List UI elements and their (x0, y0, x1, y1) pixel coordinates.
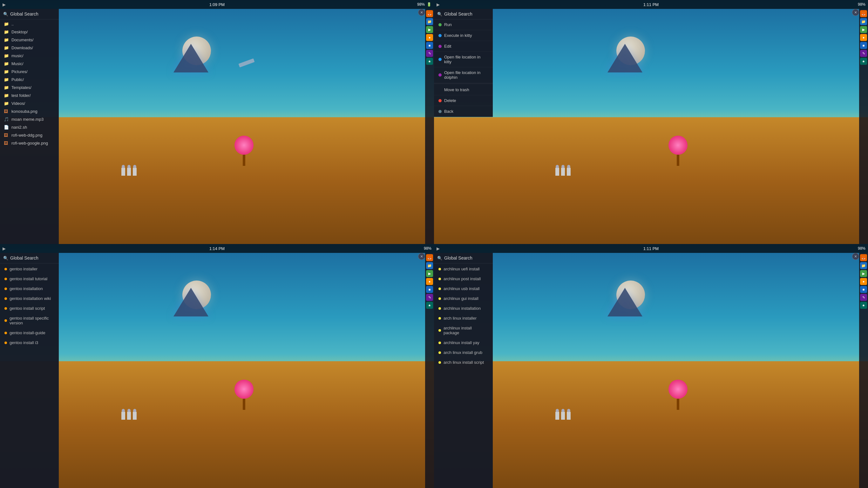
sidebar-icon-firefox[interactable]: 🦊 (426, 10, 433, 17)
folder-icon: 📁 (4, 69, 9, 74)
suggestion-dot (438, 287, 441, 290)
sidebar-icon-pen-q4[interactable]: ✎ (860, 294, 867, 301)
context-panel-q2: 🔍 Global Search Run Execute in kitty Edi… (434, 9, 493, 117)
taskbar-q2: ▶ 1:11 PM 98% (434, 0, 868, 9)
sidebar-icon-firefox-q3[interactable]: 🦊 (426, 254, 433, 261)
sidebar-icon-files-q2[interactable]: 📁 (860, 18, 867, 25)
result-item[interactable]: 📁 Pictures/ (0, 68, 59, 75)
context-execute-kitty[interactable]: Execute in kitty (434, 30, 493, 41)
dot-back (438, 110, 442, 113)
sidebar-icon-teal-q3[interactable]: ★ (426, 302, 433, 309)
result-item[interactable]: 📁 music/ (0, 52, 59, 60)
sidebar-icon-green-q2[interactable]: ▶ (860, 26, 867, 33)
sidebar-icon-orange-q4[interactable]: ● (860, 278, 867, 285)
sidebar-icon-blue-q4[interactable]: ■ (860, 286, 867, 293)
sidebar-icon-blue[interactable]: ■ (426, 42, 433, 49)
sidebar-icon-green-q3[interactable]: ▶ (426, 270, 433, 277)
suggestion-dot (438, 352, 441, 354)
result-item[interactable]: 🖼 rofi-web-google.png (0, 139, 59, 147)
sidebar-icon-firefox-q4[interactable]: 🦊 (860, 254, 867, 261)
sidebar-icon-teal-q2[interactable]: ★ (860, 58, 867, 65)
result-item[interactable]: 📄 nani2.sh (0, 123, 59, 131)
sidebar-icon-firefox-q2[interactable]: 🦊 (860, 10, 867, 17)
suggestion-item[interactable]: arch linux installer (434, 313, 493, 323)
context-delete[interactable]: Delete (434, 95, 493, 106)
folder-icon: 📁 (4, 77, 9, 82)
taskbar-right-q4: 98% (858, 246, 865, 251)
suggestion-item[interactable]: archlinux post install (434, 274, 493, 284)
folder-icon: 📁 (4, 45, 9, 50)
result-label: Downloads/ (11, 45, 33, 50)
suggestion-item[interactable]: arch linux install grub (434, 347, 493, 358)
result-item[interactable]: 🖼 rofi-web-ddg.png (0, 131, 59, 139)
astronauts-q3 (121, 411, 136, 420)
result-item[interactable]: 📁 Downloads/ (0, 44, 59, 52)
sidebar-icon-teal[interactable]: ★ (426, 58, 433, 65)
context-move-trash[interactable]: Move to trash (434, 85, 493, 95)
dot-delete (438, 99, 442, 102)
sidebar-icon-green[interactable]: ▶ (426, 26, 433, 33)
search-input-q3[interactable]: Global Search (10, 255, 56, 261)
suggestion-item[interactable]: gentoo install tutorial (0, 274, 59, 284)
suggestion-item[interactable]: gentoo installer (0, 264, 59, 274)
sidebar-icon-files[interactable]: 📁 (426, 18, 433, 25)
astronauts-q1 (121, 167, 136, 176)
result-item[interactable]: 📁 .. (0, 20, 59, 28)
result-item[interactable]: 🎵 moan meme.mp3 (0, 115, 59, 123)
result-item[interactable]: 📁 Templates/ (0, 84, 59, 92)
context-run[interactable]: Run (434, 20, 493, 30)
result-item[interactable]: 📁 Music/ (0, 60, 59, 68)
result-item[interactable]: 📁 Videos/ (0, 99, 59, 108)
sidebar-icon-blue-q2[interactable]: ■ (860, 42, 867, 49)
sidebar-icon-green-q4[interactable]: ▶ (860, 270, 867, 277)
suggestion-item[interactable]: gentoo install-guide (0, 328, 59, 338)
label-execute-kitty: Execute in kitty (444, 33, 472, 38)
sidebar-icon-files-q3[interactable]: 📁 (426, 262, 433, 269)
sidebar-icon-orange-q2[interactable]: ● (860, 34, 867, 41)
sidebar-icon-pen[interactable]: ✎ (426, 50, 433, 57)
context-open-kitty[interactable]: Open file location in kitty (434, 52, 493, 67)
suggestion-item[interactable]: archlinux installation (434, 303, 493, 313)
suggestion-item[interactable]: arch linux install script (434, 358, 493, 367)
sidebar-icon-files-q4[interactable]: 📁 (860, 262, 867, 269)
sidebar-icon-teal-q4[interactable]: ★ (860, 302, 867, 309)
suggestion-item[interactable]: gentoo install i3 (0, 338, 59, 347)
sidebar-icon-blue-q3[interactable]: ■ (426, 286, 433, 293)
ground-q1 (0, 117, 434, 244)
context-back[interactable]: Back (434, 106, 493, 117)
suggestion-label: gentoo installation wiki (9, 296, 51, 301)
suggestion-item[interactable]: archlinux gui install (434, 294, 493, 303)
search-input-q1[interactable]: Global Search (10, 11, 56, 17)
result-item[interactable]: 📁 Desktop/ (0, 28, 59, 36)
sidebar-icon-pen-q2[interactable]: ✎ (860, 50, 867, 57)
sidebar-icon-orange[interactable]: ● (426, 34, 433, 41)
suggestion-item[interactable]: archlinux install yay (434, 338, 493, 347)
suggestion-item[interactable]: gentoo installation (0, 284, 59, 294)
close-button-q4[interactable]: × (852, 253, 859, 260)
result-item[interactable]: 📁 Public/ (0, 75, 59, 84)
suggestion-item[interactable]: archlinux usb install (434, 284, 493, 294)
suggestion-label: gentoo install specific version (9, 316, 54, 325)
suggestion-item[interactable]: archlinux install package (434, 323, 493, 338)
suggestion-item[interactable]: gentoo installation wiki (0, 294, 59, 303)
search-icon-q2: 🔍 (437, 12, 442, 17)
result-item[interactable]: 📁 test folder/ (0, 92, 59, 99)
suggestion-item[interactable]: archlinux uefi install (434, 264, 493, 274)
sidebar-icon-pen-q3[interactable]: ✎ (426, 294, 433, 301)
taskbar-q4: ▶ 1:11 PM 98% (434, 244, 868, 253)
sidebar-icon-orange-q3[interactable]: ● (426, 278, 433, 285)
pyramid-q2 (608, 44, 643, 72)
suggestion-item[interactable]: gentoo install specific version (0, 313, 59, 328)
result-item[interactable]: 📁 Documents/ (0, 36, 59, 44)
suggestion-dot (438, 341, 441, 344)
close-button-q3[interactable]: × (418, 253, 425, 260)
suggestion-dot (438, 361, 441, 364)
suggestion-item[interactable]: gentoo install script (0, 303, 59, 313)
context-edit[interactable]: Edit (434, 41, 493, 52)
context-open-dolphin[interactable]: Open file location in dolphin (434, 67, 493, 83)
folder-icon: 📁 (4, 85, 9, 90)
search-input-q4[interactable]: Global Search (444, 255, 490, 261)
result-item[interactable]: 🖼 konosuba.png (0, 108, 59, 115)
close-button-q1[interactable]: × (418, 9, 425, 16)
close-button-q2[interactable]: × (852, 9, 859, 16)
